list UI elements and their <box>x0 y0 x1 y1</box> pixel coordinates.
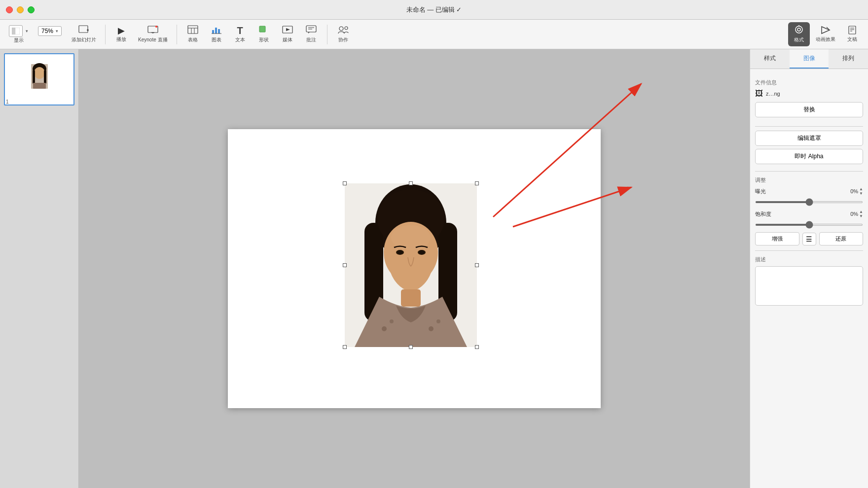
svg-rect-41 <box>33 83 46 89</box>
handle-top-right[interactable] <box>475 181 479 185</box>
svg-rect-9 <box>188 26 198 34</box>
close-button[interactable] <box>6 6 13 13</box>
desc-section-title: 描述 <box>755 256 863 263</box>
description-textarea[interactable] <box>755 266 863 306</box>
edit-mask-button[interactable]: 编辑遮罩 <box>755 131 863 146</box>
exposure-value-area: 0% ▲ ▼ <box>844 187 863 196</box>
minimize-button[interactable] <box>17 6 24 13</box>
comment-label: 批注 <box>306 36 316 43</box>
keynote-live-button[interactable]: Keynote 直播 <box>134 23 171 45</box>
svg-point-27 <box>797 28 800 31</box>
animation-label: 动画效果 <box>816 36 835 43</box>
menu-icon-button[interactable]: ☰ <box>802 233 816 245</box>
slide-panel: 1 <box>0 49 79 488</box>
thumbnail-portrait <box>27 59 52 93</box>
handle-top-center[interactable] <box>409 181 413 185</box>
divider1 <box>755 126 863 127</box>
file-icon: 🖼 <box>755 89 763 98</box>
slide-thumbnail-1[interactable]: 1 <box>4 53 74 105</box>
toolbar: ▾ 显示 75% ▾ 缩放 添加幻灯片 ▶ 播放 Keynote 直播 <box>0 20 868 49</box>
keynote-live-icon <box>147 25 159 35</box>
table-button[interactable]: 表格 <box>182 23 204 45</box>
play-button[interactable]: ▶ 播放 <box>110 24 132 45</box>
shape-label: 形状 <box>259 36 269 43</box>
svg-rect-40 <box>44 70 46 84</box>
view-button[interactable]: ▾ 显示 <box>5 23 32 46</box>
saturation-label-row: 饱和度 0% ▲ ▼ <box>755 209 863 218</box>
exposure-stepper[interactable]: ▲ ▼ <box>859 187 863 196</box>
view-label: 显示 <box>14 37 24 44</box>
maximize-button[interactable] <box>28 6 35 13</box>
exposure-slider[interactable] <box>755 201 863 203</box>
text-label: 文本 <box>235 36 245 43</box>
chart-icon <box>211 25 222 35</box>
chart-label: 图表 <box>212 36 221 43</box>
play-label: 播放 <box>116 36 126 43</box>
handle-mid-right[interactable] <box>475 263 479 267</box>
svg-rect-54 <box>401 289 421 307</box>
tab-image[interactable]: 图像 <box>790 49 829 69</box>
svg-point-38 <box>34 67 45 79</box>
animation-button[interactable]: 动画效果 <box>812 24 839 45</box>
replace-button[interactable]: 替换 <box>755 102 863 117</box>
svg-rect-17 <box>259 26 265 32</box>
image-container[interactable] <box>345 183 477 347</box>
svg-marker-23 <box>308 32 310 34</box>
collaborate-button[interactable]: 协作 <box>332 23 354 45</box>
zoom-button[interactable]: 75% ▾ 缩放 <box>34 24 66 45</box>
saturation-stepper[interactable]: ▲ ▼ <box>859 209 863 218</box>
svg-rect-14 <box>215 28 217 34</box>
tab-style[interactable]: 样式 <box>750 49 790 69</box>
svg-point-25 <box>345 27 348 30</box>
divider3 <box>755 250 863 251</box>
media-label: 媒体 <box>283 36 292 43</box>
saturation-value-area: 0% ▲ ▼ <box>844 209 863 218</box>
menu-icon: ☰ <box>806 235 812 243</box>
handle-bottom-center[interactable] <box>409 345 413 349</box>
format-icon <box>794 25 804 36</box>
add-slide-button[interactable]: 添加幻灯片 <box>68 23 100 45</box>
reset-button[interactable]: 还原 <box>819 232 864 245</box>
enhance-button[interactable]: 增强 <box>755 232 799 245</box>
format-label: 格式 <box>794 36 804 43</box>
svg-point-26 <box>796 26 802 33</box>
zoom-box[interactable]: 75% ▾ <box>38 26 62 36</box>
window-title: 未命名 — 已编辑 ✓ <box>406 5 462 14</box>
saturation-slider[interactable] <box>755 224 863 226</box>
add-slide-icon <box>78 25 89 35</box>
comment-icon <box>306 25 317 35</box>
chart-button[interactable]: 图表 <box>206 23 227 45</box>
instant-alpha-button[interactable]: 即时 Alpha <box>755 149 863 164</box>
handle-bottom-left[interactable] <box>343 345 347 349</box>
svg-marker-29 <box>822 27 830 34</box>
media-icon <box>282 25 293 35</box>
animation-icon <box>821 26 831 36</box>
handle-mid-left[interactable] <box>343 263 347 267</box>
slide-canvas[interactable] <box>228 129 601 408</box>
text-button[interactable]: T 文本 <box>229 24 251 45</box>
keynote-live-label: Keynote 直播 <box>138 36 167 43</box>
divider2 <box>755 171 863 172</box>
collaborate-icon <box>337 25 349 35</box>
canvas-area[interactable] <box>79 49 750 488</box>
sep1 <box>105 25 106 44</box>
exposure-label: 曝光 <box>755 188 766 195</box>
format-button[interactable]: 格式 <box>788 22 810 46</box>
exposure-value: 0% <box>844 188 858 194</box>
handle-bottom-right[interactable] <box>475 345 479 349</box>
shape-button[interactable]: 形状 <box>253 23 275 45</box>
comment-button[interactable]: 批注 <box>300 23 322 45</box>
table-icon <box>187 25 198 35</box>
media-button[interactable]: 媒体 <box>277 23 298 45</box>
adjust-section-title: 调整 <box>755 176 863 184</box>
zoom-arrow: ▾ <box>56 29 58 34</box>
tab-arrange[interactable]: 排列 <box>829 49 868 69</box>
document-button[interactable]: 文稿 <box>841 24 863 45</box>
exposure-row: 曝光 0% ▲ ▼ <box>755 187 863 205</box>
svg-rect-2 <box>79 26 88 33</box>
slide-thumb-inner <box>5 54 73 98</box>
titlebar: 未命名 — 已编辑 ✓ <box>0 0 868 20</box>
handle-top-left[interactable] <box>343 181 347 185</box>
svg-point-57 <box>429 326 434 331</box>
saturation-value: 0% <box>844 211 858 217</box>
